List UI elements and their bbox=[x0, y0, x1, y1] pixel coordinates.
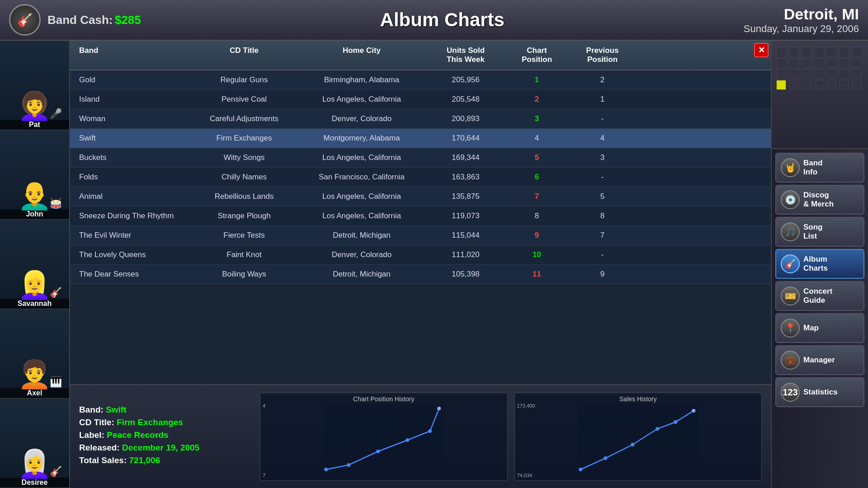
cal-cell bbox=[826, 47, 836, 57]
john-name: John bbox=[0, 209, 69, 219]
cal-cell bbox=[852, 58, 862, 68]
cal-cell bbox=[814, 58, 824, 68]
col-home-city: Home City bbox=[296, 41, 427, 70]
discog-merch-label: Discog& Merch bbox=[803, 191, 834, 209]
cell-cd: Boiling Ways bbox=[192, 265, 296, 284]
cell-city: Denver, Colorado bbox=[296, 109, 427, 128]
cell-position: 7 bbox=[504, 187, 570, 206]
sales-y-bottom: 74,034 bbox=[517, 473, 533, 478]
band-member-axel[interactable]: 🧑‍🦱 🎹 Axel bbox=[0, 309, 69, 399]
svg-point-1 bbox=[324, 468, 328, 471]
band-member-savannah[interactable]: 👱‍♀️ 🎸 Savannah bbox=[0, 220, 69, 309]
map-icon: 📍 bbox=[781, 319, 800, 338]
cell-band: The Lovely Queens bbox=[75, 245, 192, 264]
pat-instrument-icon: 🎤 bbox=[50, 108, 62, 120]
selected-label: Peace Records bbox=[107, 430, 168, 440]
concert-guide-label: ConcertGuide bbox=[803, 287, 832, 305]
info-band: Band: Swift bbox=[79, 405, 251, 415]
band-cash-value: $285 bbox=[115, 13, 141, 27]
table-row[interactable]: The Dear Senses Boiling Ways Detroit, Mi… bbox=[70, 265, 771, 284]
center-content: ✕ Band CD Title Home City Units SoldThis… bbox=[70, 41, 771, 488]
cell-city: Denver, Colorado bbox=[296, 245, 427, 264]
top-left: 🎸 Band Cash: $285 bbox=[9, 4, 141, 36]
bottom-panel: Band: Swift CD Title: Firm Exchanges Lab… bbox=[70, 384, 771, 488]
table-row[interactable]: Folds Chilly Names San Francisco, Califo… bbox=[70, 168, 771, 187]
cell-prev: 3 bbox=[570, 148, 635, 167]
svg-point-8 bbox=[579, 468, 582, 471]
close-button[interactable]: ✕ bbox=[754, 43, 769, 57]
selected-band: Swift bbox=[106, 405, 126, 414]
cell-cd: Pensive Coal bbox=[192, 90, 296, 109]
nav-btn-discog-merch[interactable]: 💿 Discog& Merch bbox=[775, 185, 864, 215]
nav-btn-concert-guide[interactable]: 🎫 ConcertGuide bbox=[775, 281, 864, 311]
table-row[interactable]: Swift Firm Exchanges Montgomery, Alabama… bbox=[70, 129, 771, 148]
song-list-label: SongList bbox=[803, 223, 823, 241]
table-row[interactable]: The Lovely Queens Faint Knot Denver, Col… bbox=[70, 245, 771, 265]
chart-pos-y-bottom: 7 bbox=[263, 473, 265, 478]
band-member-pat[interactable]: 👩‍🦱 🎤 Pat bbox=[0, 41, 69, 130]
top-center: Album Charts bbox=[380, 9, 505, 31]
cal-cell bbox=[839, 47, 849, 57]
cell-prev: - bbox=[570, 109, 635, 128]
svg-point-5 bbox=[428, 429, 432, 433]
band-member-desiree[interactable]: 👩‍🦳 🎸 Desiree bbox=[0, 399, 69, 488]
cal-cell bbox=[776, 58, 786, 68]
svg-point-12 bbox=[674, 420, 677, 424]
col-previous-position: PreviousPosition bbox=[570, 41, 635, 70]
chart-position-title: Chart Position History bbox=[263, 395, 505, 403]
cal-cell bbox=[852, 69, 862, 79]
cell-position: 1 bbox=[504, 70, 570, 89]
nav-btn-manager[interactable]: 💼 Manager bbox=[775, 345, 864, 375]
axel-instrument-icon: 🎹 bbox=[50, 376, 62, 388]
info-released: Released: December 19, 2005 bbox=[79, 443, 251, 453]
svg-point-2 bbox=[347, 463, 350, 467]
calendar-grid bbox=[776, 47, 863, 90]
cell-prev: 1 bbox=[570, 90, 635, 109]
cal-cell bbox=[826, 80, 836, 90]
cell-prev: 8 bbox=[570, 206, 635, 225]
cell-position: 5 bbox=[504, 148, 570, 167]
table-row[interactable]: Buckets Witty Songs Los Angeles, Califor… bbox=[70, 148, 771, 168]
john-instrument-icon: 🥁 bbox=[50, 197, 62, 209]
cell-cd: Strange Plough bbox=[192, 206, 296, 225]
cell-position: 11 bbox=[504, 265, 570, 284]
table-row[interactable]: Animal Rebellious Lands Los Angeles, Cal… bbox=[70, 187, 771, 206]
cell-units: 205,548 bbox=[427, 90, 504, 109]
nav-btn-statistics[interactable]: 123 Statistics bbox=[775, 377, 864, 407]
svg-point-10 bbox=[631, 443, 634, 446]
cal-cell bbox=[802, 47, 811, 57]
charts-container: Chart Position History 4 7 bbox=[260, 393, 762, 481]
col-cd-title: CD Title bbox=[192, 41, 296, 70]
savannah-instrument-icon: 🎸 bbox=[50, 287, 62, 299]
selected-total-sales: 721,006 bbox=[129, 455, 160, 465]
band-cash-label: Band Cash: bbox=[47, 13, 113, 27]
cell-prev: - bbox=[570, 245, 635, 264]
cal-cell bbox=[802, 69, 811, 79]
cell-city: Los Angeles, California bbox=[296, 187, 427, 206]
nav-btn-map[interactable]: 📍 Map bbox=[775, 313, 864, 343]
nav-btn-album-charts[interactable]: 🎸 AlbumCharts bbox=[775, 249, 864, 279]
savannah-avatar: 👱‍♀️ 🎸 bbox=[5, 256, 64, 299]
info-cd: CD Title: Firm Exchanges bbox=[79, 418, 251, 427]
cal-cell-highlight bbox=[776, 80, 786, 90]
nav-btn-band-info[interactable]: 🤘 BandInfo bbox=[775, 153, 864, 183]
city-name: Detroit, MI bbox=[744, 5, 859, 23]
band-member-john[interactable]: 👨‍🦲 🥁 John bbox=[0, 130, 69, 220]
table-row[interactable]: The Evil Winter Fierce Tests Detroit, Mi… bbox=[70, 226, 771, 245]
cell-band: The Evil Winter bbox=[75, 226, 192, 245]
table-row[interactable]: Sneeze During The Rhythm Strange Plough … bbox=[70, 206, 771, 226]
table-row[interactable]: Woman Careful Adjustments Denver, Colora… bbox=[70, 109, 771, 129]
cell-prev: 5 bbox=[570, 187, 635, 206]
chart-position-history: Chart Position History 4 7 bbox=[260, 393, 508, 481]
cal-cell bbox=[789, 58, 799, 68]
cell-band: Folds bbox=[75, 168, 192, 187]
table-row[interactable]: Gold Regular Guns Birmingham, Alabama 20… bbox=[70, 70, 771, 90]
statistics-label: Statistics bbox=[803, 388, 838, 397]
cell-units: 169,344 bbox=[427, 148, 504, 167]
cell-band: Swift bbox=[75, 129, 192, 148]
table-body: Gold Regular Guns Birmingham, Alabama 20… bbox=[70, 70, 771, 284]
pat-name: Pat bbox=[0, 120, 69, 130]
nav-btn-song-list[interactable]: 🎵 SongList bbox=[775, 217, 864, 247]
table-row[interactable]: Island Pensive Coal Los Angeles, Califor… bbox=[70, 90, 771, 109]
cell-city: Los Angeles, California bbox=[296, 90, 427, 109]
